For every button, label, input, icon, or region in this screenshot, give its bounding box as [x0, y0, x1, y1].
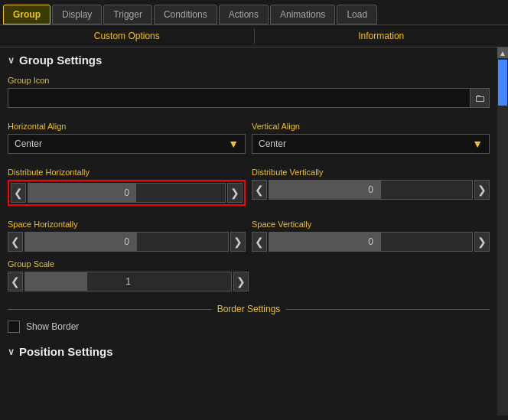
space-v-decrement-button[interactable]: ❮	[252, 232, 267, 252]
distribute-h-increment-button[interactable]: ❯	[227, 183, 243, 203]
tab-trigger[interactable]: Trigger	[103, 5, 152, 24]
show-border-checkbox[interactable]	[8, 321, 20, 333]
folder-icon: 🗀	[474, 92, 485, 104]
distribute-h-slider-row: ❮ 0 ❯	[11, 183, 243, 203]
group-scale-decrement-button[interactable]: ❮	[8, 272, 23, 291]
group-scale-slider-row: ❮ 1 ❯	[8, 272, 249, 291]
show-border-row: Show Border	[8, 321, 490, 333]
main-content: ∨ Group Settings Group Icon 🗀 Horizontal…	[0, 47, 508, 415]
sub-tab-bar: Custom Options Information	[0, 25, 508, 47]
align-row: Horizontal Align Center ▼ Vertical Align…	[8, 116, 490, 154]
space-v-value: 0	[368, 236, 373, 247]
space-h-label: Space Horizontally	[8, 220, 246, 229]
content-area: ∨ Group Settings Group Icon 🗀 Horizontal…	[0, 47, 497, 415]
scrollbar-thumb[interactable]	[498, 60, 507, 106]
group-scale-label: Group Scale	[8, 259, 249, 269]
distribute-h-decrement-button[interactable]: ❮	[11, 183, 26, 203]
horizontal-align-dropdown[interactable]: Center ▼	[8, 134, 246, 154]
position-collapse-icon[interactable]: ∨	[8, 347, 15, 357]
tab-load[interactable]: Load	[337, 5, 377, 24]
space-v-slider-row: ❮ 0 ❯	[252, 232, 490, 252]
divider-line-left	[8, 309, 211, 310]
group-scale-slider-track[interactable]: 1	[24, 272, 232, 291]
group-icon-input[interactable]	[8, 88, 490, 108]
distribute-v-decrement-button[interactable]: ❮	[252, 180, 267, 200]
distribute-v-col: Distribute Vertically ❮ 0 ❯	[252, 161, 490, 206]
group-scale-increment-button[interactable]: ❯	[233, 272, 249, 291]
space-v-label: Space Vertically	[252, 220, 490, 229]
space-h-slider-track[interactable]: 0	[24, 232, 229, 252]
space-h-decrement-button[interactable]: ❮	[8, 232, 23, 252]
distribute-h-col: Distribute Horizontally ❮ 0 ❯	[8, 161, 246, 206]
scrollbar-up-button[interactable]: ▲	[497, 47, 508, 58]
space-h-slider-row: ❮ 0 ❯	[8, 232, 246, 252]
group-icon-label: Group Icon	[8, 76, 490, 85]
horizontal-align-value: Center	[15, 138, 42, 149]
distribute-h-label: Distribute Horizontally	[8, 168, 246, 177]
scrollbar: ▲	[497, 47, 508, 415]
distribute-v-value: 0	[368, 184, 373, 195]
tab-bar: Group Display Trigger Conditions Actions…	[0, 0, 508, 25]
group-icon-folder-button[interactable]: 🗀	[470, 88, 490, 108]
subtab-information[interactable]: Information	[255, 28, 509, 44]
tab-group[interactable]: Group	[3, 5, 50, 24]
horizontal-align-col: Horizontal Align Center ▼	[8, 116, 246, 154]
position-settings-header: ∨ Position Settings	[8, 345, 490, 358]
space-h-value: 0	[124, 236, 129, 247]
vertical-align-label: Vertical Align	[252, 122, 490, 131]
tab-actions[interactable]: Actions	[219, 5, 269, 24]
group-scale-value: 1	[125, 276, 131, 287]
group-icon-field-container: 🗀	[8, 88, 490, 108]
show-border-label: Show Border	[26, 321, 79, 332]
space-v-increment-button[interactable]: ❯	[474, 232, 490, 252]
distribute-h-slider-track[interactable]: 0	[28, 183, 226, 203]
vertical-align-value: Center	[259, 138, 286, 149]
space-h-increment-button[interactable]: ❯	[230, 232, 246, 252]
distribute-h-value: 0	[124, 187, 129, 198]
collapse-icon[interactable]: ∨	[8, 55, 15, 66]
distribute-row: Distribute Horizontally ❮ 0 ❯ Distribute…	[8, 161, 490, 206]
distribute-v-slider-track[interactable]: 0	[269, 180, 473, 200]
tab-display[interactable]: Display	[52, 5, 102, 24]
distribute-v-increment-button[interactable]: ❯	[474, 180, 490, 200]
space-h-col: Space Horizontally ❮ 0 ❯	[8, 213, 246, 252]
group-settings-title: Group Settings	[19, 54, 102, 67]
border-settings-divider: Border Settings	[8, 304, 490, 314]
divider-line-right	[286, 309, 490, 310]
horizontal-align-arrow-icon: ▼	[228, 138, 239, 150]
position-settings-title: Position Settings	[19, 345, 113, 358]
space-v-slider-track[interactable]: 0	[269, 232, 473, 252]
tab-conditions[interactable]: Conditions	[154, 5, 217, 24]
vertical-align-dropdown[interactable]: Center ▼	[252, 134, 490, 154]
distribute-h-highlight: ❮ 0 ❯	[8, 180, 246, 206]
group-settings-header: ∨ Group Settings	[8, 54, 490, 67]
distribute-v-label: Distribute Vertically	[252, 168, 490, 177]
tab-animations[interactable]: Animations	[270, 5, 335, 24]
subtab-custom-options[interactable]: Custom Options	[0, 28, 255, 44]
horizontal-align-label: Horizontal Align	[8, 122, 246, 131]
vertical-align-arrow-icon: ▼	[472, 138, 483, 150]
space-v-col: Space Vertically ❮ 0 ❯	[252, 213, 490, 252]
group-scale-col: Group Scale ❮ 1 ❯	[8, 259, 249, 291]
border-settings-title: Border Settings	[217, 304, 281, 314]
vertical-align-col: Vertical Align Center ▼	[252, 116, 490, 154]
distribute-v-slider-row: ❮ 0 ❯	[252, 180, 490, 200]
space-row: Space Horizontally ❮ 0 ❯ Space Verticall…	[8, 213, 490, 252]
